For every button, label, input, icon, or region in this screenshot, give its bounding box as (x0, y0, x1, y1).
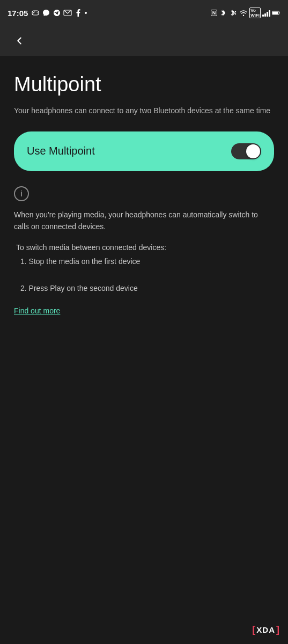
xda-bracket-right: ] (276, 624, 279, 635)
dot-icon (85, 12, 87, 14)
bluetooth-audio-icon (229, 9, 238, 17)
vowifi-icon: VoWiFi (249, 8, 261, 18)
svg-rect-1 (33, 12, 34, 13)
find-out-more-link[interactable]: Find out more (14, 306, 60, 315)
page-subtitle: Your headphones can connect to any two B… (14, 105, 274, 116)
status-bar-right: N VoWiFi (211, 8, 280, 18)
use-multipoint-toggle[interactable] (231, 143, 261, 159)
status-bar: 17:05 (0, 0, 288, 26)
xda-text: XDA (256, 625, 275, 634)
info-circle-icon: i (14, 186, 29, 201)
game-icon (31, 9, 40, 17)
svg-point-6 (235, 11, 236, 12)
info-list-item-2: 2. Press Play on the second device (16, 282, 274, 295)
info-icon-row: i (14, 186, 274, 201)
svg-point-3 (37, 12, 38, 13)
multipoint-toggle-card[interactable]: Use Multipoint (14, 131, 274, 171)
nav-bar (0, 26, 288, 56)
page-title: Multipoint (14, 73, 274, 97)
info-list-title: To switch media between connected device… (16, 243, 166, 252)
mail-icon (63, 9, 72, 17)
svg-rect-2 (34, 12, 35, 13)
back-button[interactable] (9, 30, 30, 52)
svg-point-4 (38, 12, 39, 13)
info-list: To switch media between connected device… (14, 241, 274, 295)
main-content: Multipoint Your headphones can connect t… (0, 56, 288, 337)
bluetooth-icon (219, 9, 227, 17)
xda-watermark: [ XDA ] (252, 624, 279, 635)
info-list-item-1: 1. Stop the media on the first device (16, 255, 274, 268)
back-arrow-icon (13, 35, 25, 47)
svg-point-7 (235, 13, 236, 14)
status-left-icons (31, 9, 87, 17)
wifi-icon (239, 9, 248, 17)
info-paragraph-1: When you're playing media, your headphon… (14, 209, 274, 233)
svg-rect-9 (272, 11, 278, 14)
messenger-icon (42, 9, 50, 17)
xda-bracket-left: [ (252, 624, 255, 635)
telegram-icon (53, 9, 61, 17)
signal-icon (262, 9, 270, 17)
battery-icon (272, 9, 280, 17)
facebook-icon (74, 9, 83, 17)
toggle-knob (246, 144, 260, 158)
toggle-card-label: Use Multipoint (27, 145, 95, 157)
nfc-icon: N (211, 10, 218, 16)
info-section: i When you're playing media, your headph… (14, 186, 274, 316)
status-bar-left: 17:05 (8, 9, 87, 18)
status-time: 17:05 (8, 9, 28, 18)
